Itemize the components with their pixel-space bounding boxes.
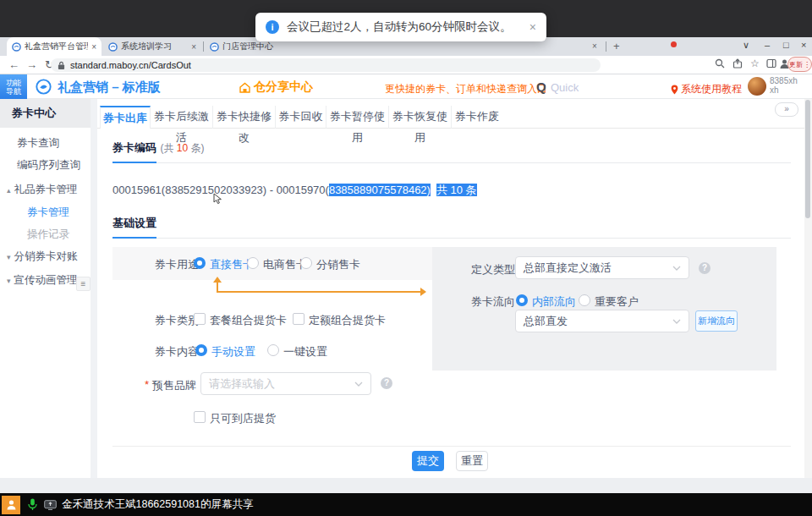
tab-card-quick-modify[interactable]: 券卡快捷修改 xyxy=(213,106,276,129)
define-type-help-icon[interactable]: ? xyxy=(699,262,710,274)
option-important-customer[interactable]: 重要客户 xyxy=(595,294,639,310)
tab-card-suspend[interactable]: 券卡暂停使用 xyxy=(326,106,389,129)
nav-toggle-line1: 功能 xyxy=(6,79,21,87)
radio-distribution-sale[interactable] xyxy=(300,257,312,269)
quick-q-icon[interactable]: Q xyxy=(536,80,546,94)
radio-one-key-setting[interactable] xyxy=(267,344,279,356)
tab-close-icon[interactable]: × xyxy=(191,42,196,52)
sidebar-item-operation-records[interactable]: 操作记录 xyxy=(27,228,69,242)
sidebar-group-gift-card-management[interactable]: ▴礼品券卡管理 xyxy=(7,183,78,197)
person-icon xyxy=(6,499,17,510)
sidebar-item-label: 分销券卡对账 xyxy=(14,250,78,262)
tab-card-followup-activation[interactable]: 券卡后续激活 xyxy=(151,106,213,129)
footer-divider xyxy=(112,446,791,447)
tab-card-outbound[interactable]: 券卡出库 xyxy=(100,106,151,129)
radio-important-customer[interactable] xyxy=(579,294,590,306)
sidebar-item-label: 券卡查询 xyxy=(17,137,59,149)
bookmark-star-icon[interactable]: ☆ xyxy=(750,58,760,69)
address-bar[interactable]: standard.maboy.cn/CardsOut xyxy=(51,58,601,72)
sidebar-group-promo-animation[interactable]: ▾宣传动画管理 xyxy=(7,273,78,288)
presale-brand-select[interactable]: 请选择或输入 xyxy=(200,372,371,395)
toast-close-icon[interactable]: × xyxy=(529,20,536,34)
tab-card-void[interactable]: 券卡作废 xyxy=(452,106,502,129)
recording-dot-icon xyxy=(671,41,677,47)
mouse-cursor xyxy=(213,193,222,205)
sidebar-collapse-button[interactable]: ≡ xyxy=(76,277,91,291)
window-close-button[interactable]: × xyxy=(801,40,806,50)
tab-close-icon[interactable]: × xyxy=(592,41,597,51)
sidebar-item-code-sequence-query[interactable]: 编码序列查询 xyxy=(17,158,80,173)
flow-select[interactable]: 总部直发 xyxy=(515,310,689,332)
system-tutorial-link[interactable]: 系统使用教程 xyxy=(671,82,742,96)
flow-label: 券卡流向 xyxy=(471,294,515,310)
sidebar-item-card-query[interactable]: 券卡查询 xyxy=(17,136,59,151)
function-nav-toggle[interactable]: 功能 导航 xyxy=(0,74,27,99)
forward-icon[interactable]: → xyxy=(26,58,37,71)
add-flow-button[interactable]: 新增流向 xyxy=(695,310,738,332)
caret-up-icon: ▴ xyxy=(7,186,11,195)
share-icon[interactable] xyxy=(732,58,743,69)
tab-title: 系统培训学习 xyxy=(121,41,188,52)
back-icon[interactable]: ← xyxy=(8,58,19,71)
checkbox-fixed-amount-card[interactable] xyxy=(293,313,304,325)
radio-manual-setting-selected[interactable] xyxy=(195,344,207,356)
card-codes-count: (共 10 条) xyxy=(160,142,204,154)
option-distribution-sale[interactable]: 分销售卡 xyxy=(316,257,360,272)
count-open: (共 xyxy=(160,142,176,154)
option-fixed-amount-card[interactable]: 定额组合提货卡 xyxy=(309,313,386,328)
usage-label: 券卡用途 xyxy=(155,257,199,272)
chevron-down-icon xyxy=(354,382,363,387)
required-asterisk: * xyxy=(145,378,149,391)
share-center-link[interactable]: 仓分享中心 xyxy=(239,80,313,95)
scrollbar-thumb[interactable] xyxy=(805,100,810,218)
checkbox-store-pickup-only[interactable] xyxy=(194,411,206,423)
tab-close-icon[interactable]: × xyxy=(91,42,96,52)
tab-card-recycle[interactable]: 券卡回收 xyxy=(276,106,326,129)
location-pin-icon xyxy=(671,85,678,95)
presale-help-icon[interactable]: ? xyxy=(381,377,392,389)
card-codes-header: 券卡编码 (共 10 条) xyxy=(112,140,205,156)
sidebar-gap xyxy=(91,99,97,478)
tutorial-label: 系统使用教程 xyxy=(681,82,742,96)
submit-button[interactable]: 提交 xyxy=(412,451,444,471)
window-minimize-button[interactable]: – xyxy=(765,40,770,50)
window-maximize-button[interactable]: □ xyxy=(783,40,789,50)
new-tab-button[interactable]: + xyxy=(613,40,620,52)
screen-share-bar: 金禾通技术王斌18662591081的屏幕共享 xyxy=(0,493,812,516)
radio-direct-sale-selected[interactable] xyxy=(194,257,206,269)
define-type-select[interactable]: 总部直接定义激活 xyxy=(515,256,689,279)
kebab-menu-icon[interactable]: ⋮ xyxy=(804,61,810,69)
browser-tab[interactable]: 系统培训学习 × xyxy=(103,37,201,56)
tab-favicon xyxy=(210,42,219,52)
user-avatar[interactable] xyxy=(748,77,766,96)
card-code-range: 00015961(8385291502033923) - 00015970(83… xyxy=(112,183,477,198)
option-store-pickup-only[interactable]: 只可到店提货 xyxy=(210,411,276,426)
toast-message: 会议已超过2人，自动转为60分钟限时会议。 xyxy=(287,19,524,35)
annotation-arrow-horizontal xyxy=(217,291,421,293)
code-selected-text: 8385889075578462) xyxy=(329,184,431,196)
option-one-key-setting[interactable]: 一键设置 xyxy=(283,344,327,360)
browser-tab-active[interactable]: 礼盒营销平台管理中心 × xyxy=(7,37,102,56)
checkbox-combo-pickup-card[interactable] xyxy=(194,313,206,325)
tabs-more-button[interactable]: » xyxy=(775,102,798,117)
zoom-icon[interactable] xyxy=(715,58,725,69)
reset-button[interactable]: 重置 xyxy=(456,451,488,471)
browser-update-button[interactable]: 更新 ⋮ xyxy=(787,57,812,72)
count-value: 10 xyxy=(177,142,188,154)
sidebar-group-distribution-reconciliation[interactable]: ▾分销券卡对账 xyxy=(7,250,78,264)
section-active-indicator xyxy=(112,237,156,239)
option-internal-flow[interactable]: 内部流向 xyxy=(532,294,576,310)
quick-label[interactable]: Quick xyxy=(551,81,579,94)
side-panel-icon[interactable] xyxy=(766,58,776,69)
caret-down-icon: ▾ xyxy=(7,277,11,285)
pointing-finger-icon: ☞ xyxy=(518,80,529,94)
tab-card-restore[interactable]: 券卡恢复使用 xyxy=(389,106,452,129)
radio-ecommerce-sale[interactable] xyxy=(247,257,259,269)
option-combo-pickup-card[interactable]: 套餐组合提货卡 xyxy=(210,313,287,328)
app-logo xyxy=(36,79,52,95)
option-manual-setting[interactable]: 手动设置 xyxy=(211,344,255,360)
window-menu-icon[interactable]: ∨ xyxy=(743,40,749,51)
sidebar-item-card-management-active[interactable]: 券卡管理 xyxy=(27,206,69,220)
radio-internal-flow-selected[interactable] xyxy=(516,294,528,306)
sidebar-item-label: 操作记录 xyxy=(27,228,69,240)
